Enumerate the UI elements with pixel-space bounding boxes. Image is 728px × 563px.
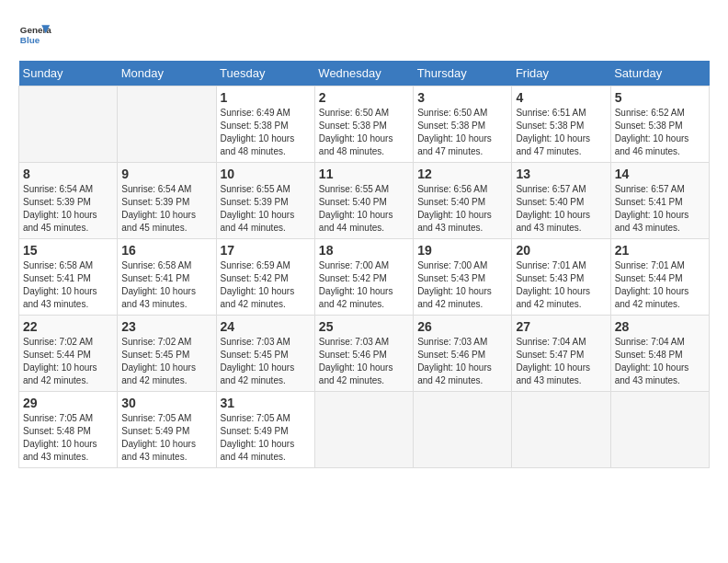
day-info: Sunrise: 7:04 AMSunset: 5:47 PMDaylight:… <box>516 336 606 387</box>
calendar-cell: 22Sunrise: 7:02 AMSunset: 5:44 PMDayligh… <box>19 316 118 392</box>
calendar-cell: 24Sunrise: 7:03 AMSunset: 5:45 PMDayligh… <box>216 316 314 392</box>
day-number: 4 <box>516 90 606 105</box>
calendar-cell: 13Sunrise: 6:57 AMSunset: 5:40 PMDayligh… <box>512 163 610 239</box>
logo-icon: General Blue <box>18 18 51 52</box>
day-number: 25 <box>319 319 409 334</box>
day-number: 28 <box>615 319 705 334</box>
weekday-header-tuesday: Tuesday <box>216 61 314 86</box>
day-number: 23 <box>121 319 211 334</box>
day-number: 14 <box>615 167 705 181</box>
day-info: Sunrise: 6:50 AMSunset: 5:38 PMDaylight:… <box>417 107 507 158</box>
calendar-cell: 3Sunrise: 6:50 AMSunset: 5:38 PMDaylight… <box>414 86 512 163</box>
day-number: 10 <box>221 167 311 181</box>
calendar-cell: 18Sunrise: 7:00 AMSunset: 5:42 PMDayligh… <box>314 239 413 316</box>
day-number: 22 <box>23 319 113 334</box>
day-info: Sunrise: 7:03 AMSunset: 5:45 PMDaylight:… <box>221 336 311 387</box>
day-number: 29 <box>23 396 113 410</box>
day-number: 5 <box>615 90 705 105</box>
day-number: 2 <box>319 90 409 105</box>
day-number: 31 <box>221 396 311 410</box>
day-number: 30 <box>121 396 211 410</box>
weekday-header-sunday: Sunday <box>19 61 118 86</box>
day-info: Sunrise: 6:56 AMSunset: 5:40 PMDaylight:… <box>417 183 507 235</box>
calendar-cell: 29Sunrise: 7:05 AMSunset: 5:48 PMDayligh… <box>19 392 118 468</box>
day-info: Sunrise: 7:03 AMSunset: 5:46 PMDaylight:… <box>417 336 507 387</box>
weekday-header-saturday: Saturday <box>610 61 709 86</box>
day-number: 27 <box>516 319 606 334</box>
calendar-cell <box>314 392 413 468</box>
calendar-cell <box>610 392 709 468</box>
calendar-cell: 17Sunrise: 6:59 AMSunset: 5:42 PMDayligh… <box>216 239 314 316</box>
calendar-week-row: 15Sunrise: 6:58 AMSunset: 5:41 PMDayligh… <box>19 239 710 316</box>
calendar-cell: 27Sunrise: 7:04 AMSunset: 5:47 PMDayligh… <box>512 316 610 392</box>
calendar-table: SundayMondayTuesdayWednesdayThursdayFrid… <box>18 61 710 468</box>
calendar-cell: 8Sunrise: 6:54 AMSunset: 5:39 PMDaylight… <box>19 163 118 239</box>
weekday-header-wednesday: Wednesday <box>314 61 413 86</box>
calendar-cell: 1Sunrise: 6:49 AMSunset: 5:38 PMDaylight… <box>216 86 314 163</box>
calendar-cell: 4Sunrise: 6:51 AMSunset: 5:38 PMDaylight… <box>512 86 610 163</box>
day-number: 9 <box>121 167 211 181</box>
day-number: 3 <box>417 90 507 105</box>
calendar-cell: 23Sunrise: 7:02 AMSunset: 5:45 PMDayligh… <box>118 316 216 392</box>
calendar-cell: 10Sunrise: 6:55 AMSunset: 5:39 PMDayligh… <box>216 163 314 239</box>
day-info: Sunrise: 6:58 AMSunset: 5:41 PMDaylight:… <box>23 259 113 311</box>
day-info: Sunrise: 7:04 AMSunset: 5:48 PMDaylight:… <box>615 336 705 387</box>
day-number: 26 <box>417 319 507 334</box>
day-info: Sunrise: 7:05 AMSunset: 5:48 PMDaylight:… <box>23 412 113 464</box>
calendar-cell: 12Sunrise: 6:56 AMSunset: 5:40 PMDayligh… <box>414 163 512 239</box>
page-header: General Blue <box>18 18 710 52</box>
calendar-week-row: 29Sunrise: 7:05 AMSunset: 5:48 PMDayligh… <box>19 392 710 468</box>
day-info: Sunrise: 6:51 AMSunset: 5:38 PMDaylight:… <box>516 107 606 158</box>
calendar-cell: 19Sunrise: 7:00 AMSunset: 5:43 PMDayligh… <box>414 239 512 316</box>
day-number: 19 <box>417 243 507 258</box>
calendar-cell: 11Sunrise: 6:55 AMSunset: 5:40 PMDayligh… <box>314 163 413 239</box>
calendar-cell: 31Sunrise: 7:05 AMSunset: 5:49 PMDayligh… <box>216 392 314 468</box>
weekday-header-friday: Friday <box>512 61 610 86</box>
calendar-cell <box>19 86 118 163</box>
day-info: Sunrise: 7:00 AMSunset: 5:43 PMDaylight:… <box>417 259 507 311</box>
day-number: 21 <box>615 243 705 258</box>
day-number: 1 <box>221 90 311 105</box>
day-info: Sunrise: 7:05 AMSunset: 5:49 PMDaylight:… <box>221 412 311 464</box>
day-number: 12 <box>417 167 507 181</box>
calendar-cell: 28Sunrise: 7:04 AMSunset: 5:48 PMDayligh… <box>610 316 709 392</box>
day-info: Sunrise: 6:55 AMSunset: 5:39 PMDaylight:… <box>221 183 311 235</box>
weekday-header-thursday: Thursday <box>414 61 512 86</box>
day-info: Sunrise: 7:01 AMSunset: 5:43 PMDaylight:… <box>516 259 606 311</box>
calendar-cell: 2Sunrise: 6:50 AMSunset: 5:38 PMDaylight… <box>314 86 413 163</box>
weekday-header-row: SundayMondayTuesdayWednesdayThursdayFrid… <box>19 61 710 86</box>
day-info: Sunrise: 6:52 AMSunset: 5:38 PMDaylight:… <box>615 107 705 158</box>
calendar-cell: 14Sunrise: 6:57 AMSunset: 5:41 PMDayligh… <box>610 163 709 239</box>
day-info: Sunrise: 6:55 AMSunset: 5:40 PMDaylight:… <box>319 183 409 235</box>
day-info: Sunrise: 7:02 AMSunset: 5:45 PMDaylight:… <box>121 336 211 387</box>
calendar-week-row: 1Sunrise: 6:49 AMSunset: 5:38 PMDaylight… <box>19 86 710 163</box>
calendar-week-row: 8Sunrise: 6:54 AMSunset: 5:39 PMDaylight… <box>19 163 710 239</box>
day-info: Sunrise: 7:03 AMSunset: 5:46 PMDaylight:… <box>319 336 409 387</box>
calendar-cell: 9Sunrise: 6:54 AMSunset: 5:39 PMDaylight… <box>118 163 216 239</box>
weekday-header-monday: Monday <box>118 61 216 86</box>
day-number: 17 <box>221 243 311 258</box>
day-info: Sunrise: 6:58 AMSunset: 5:41 PMDaylight:… <box>121 259 211 311</box>
day-info: Sunrise: 6:57 AMSunset: 5:40 PMDaylight:… <box>516 183 606 235</box>
day-info: Sunrise: 7:05 AMSunset: 5:49 PMDaylight:… <box>121 412 211 464</box>
calendar-week-row: 22Sunrise: 7:02 AMSunset: 5:44 PMDayligh… <box>19 316 710 392</box>
day-info: Sunrise: 6:59 AMSunset: 5:42 PMDaylight:… <box>221 259 311 311</box>
calendar-cell: 15Sunrise: 6:58 AMSunset: 5:41 PMDayligh… <box>19 239 118 316</box>
day-number: 15 <box>23 243 113 258</box>
day-info: Sunrise: 7:01 AMSunset: 5:44 PMDaylight:… <box>615 259 705 311</box>
day-number: 20 <box>516 243 606 258</box>
day-number: 8 <box>23 167 113 181</box>
calendar-cell <box>118 86 216 163</box>
day-info: Sunrise: 6:49 AMSunset: 5:38 PMDaylight:… <box>221 107 311 158</box>
day-info: Sunrise: 6:50 AMSunset: 5:38 PMDaylight:… <box>319 107 409 158</box>
day-number: 18 <box>319 243 409 258</box>
day-number: 16 <box>121 243 211 258</box>
calendar-cell <box>414 392 512 468</box>
day-info: Sunrise: 6:54 AMSunset: 5:39 PMDaylight:… <box>23 183 113 235</box>
calendar-cell: 25Sunrise: 7:03 AMSunset: 5:46 PMDayligh… <box>314 316 413 392</box>
logo: General Blue <box>18 18 51 52</box>
calendar-cell: 21Sunrise: 7:01 AMSunset: 5:44 PMDayligh… <box>610 239 709 316</box>
day-number: 11 <box>319 167 409 181</box>
calendar-cell <box>512 392 610 468</box>
calendar-cell: 20Sunrise: 7:01 AMSunset: 5:43 PMDayligh… <box>512 239 610 316</box>
